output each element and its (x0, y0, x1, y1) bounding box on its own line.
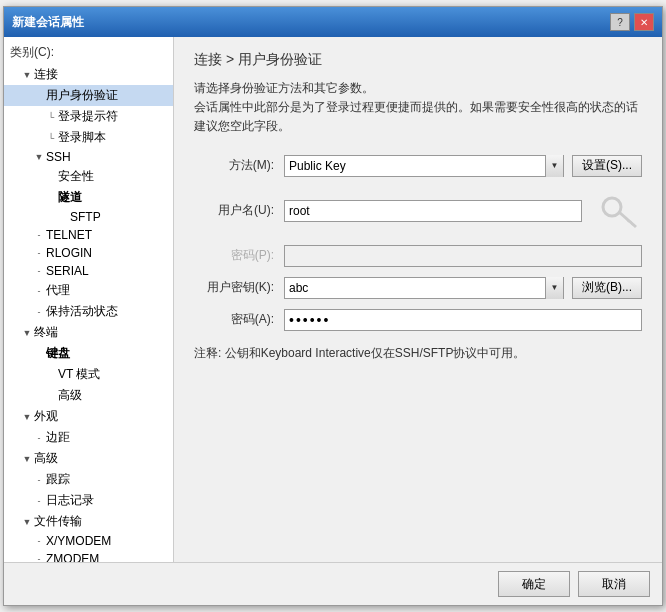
sidebar: 类别(C): ▼ 连接 用户身份验证 └ 登录提示符 └ 登录脚本 ▼ SSH (4, 37, 174, 562)
sidebar-item-label: 高级 (58, 387, 169, 404)
expand-icon: ▼ (20, 517, 34, 527)
sidebar-item-label: 连接 (34, 66, 169, 83)
cancel-button[interactable]: 取消 (578, 571, 650, 597)
sidebar-item-advanced[interactable]: ▼ 高级 (4, 448, 173, 469)
line-icon: - (32, 433, 46, 443)
breadcrumb: 连接 > 用户身份验证 (194, 51, 642, 69)
sidebar-item-xymodem[interactable]: - X/YMODEM (4, 532, 173, 550)
userkey-value: abc (285, 281, 545, 295)
description-line1: 请选择身份验证方法和其它参数。 (194, 79, 642, 98)
sidebar-item-connect[interactable]: ▼ 连接 (4, 64, 173, 85)
expand-icon: ▼ (20, 70, 34, 80)
main-content: 连接 > 用户身份验证 请选择身份验证方法和其它参数。 会话属性中此部分是为了登… (174, 37, 662, 562)
dialog-body: 类别(C): ▼ 连接 用户身份验证 └ 登录提示符 └ 登录脚本 ▼ SSH (4, 37, 662, 562)
sidebar-item-proxy[interactable]: - 代理 (4, 280, 173, 301)
sidebar-item-keyboard[interactable]: 键盘 (4, 343, 173, 364)
dialog: 新建会话属性 ? ✕ 类别(C): ▼ 连接 用户身份验证 └ 登录提示符 (3, 6, 663, 606)
sidebar-item-label: SSH (46, 150, 169, 164)
sidebar-item-label: 保持活动状态 (46, 303, 169, 320)
password-input[interactable] (284, 245, 642, 267)
line-icon: - (32, 286, 46, 296)
sidebar-item-label: 键盘 (46, 345, 169, 362)
line-icon: - (32, 475, 46, 485)
title-bar-buttons: ? ✕ (610, 13, 654, 31)
sidebar-item-sftp[interactable]: SFTP (4, 208, 173, 226)
help-button[interactable]: ? (610, 13, 630, 31)
sidebar-item-border[interactable]: - 边距 (4, 427, 173, 448)
browse-button[interactable]: 浏览(B)... (572, 277, 642, 299)
username-input[interactable] (284, 200, 582, 222)
key-icon (594, 187, 642, 235)
dialog-footer: 确定 取消 (4, 562, 662, 605)
password-label: 密码(P): (194, 247, 284, 264)
description: 请选择身份验证方法和其它参数。 会话属性中此部分是为了登录过程更便捷而提供的。如… (194, 79, 642, 137)
passphrase-input[interactable] (284, 309, 642, 331)
dialog-title: 新建会话属性 (12, 14, 84, 31)
sidebar-item-keepalive[interactable]: - 保持活动状态 (4, 301, 173, 322)
sidebar-item-label: 登录脚本 (58, 129, 169, 146)
sidebar-item-label: 外观 (34, 408, 169, 425)
sidebar-item-label: SFTP (70, 210, 169, 224)
method-row: 方法(M): Public Key ▼ 设置(S)... (194, 155, 642, 177)
sidebar-item-login-script[interactable]: └ 登录脚本 (4, 127, 173, 148)
expand-icon: ▼ (20, 412, 34, 422)
method-value: Public Key (285, 159, 545, 173)
userkey-select[interactable]: abc ▼ (284, 277, 564, 299)
sidebar-item-tunnel[interactable]: 隧道 (4, 187, 173, 208)
sidebar-item-file-transfer[interactable]: ▼ 文件传输 (4, 511, 173, 532)
sidebar-item-appearance[interactable]: ▼ 外观 (4, 406, 173, 427)
userkey-row: 用户密钥(K): abc ▼ 浏览(B)... (194, 277, 642, 299)
settings-button[interactable]: 设置(S)... (572, 155, 642, 177)
line-icon: - (32, 554, 46, 562)
sidebar-item-label: 隧道 (58, 189, 169, 206)
sidebar-item-label: VT 模式 (58, 366, 169, 383)
close-button[interactable]: ✕ (634, 13, 654, 31)
sidebar-item-security[interactable]: 安全性 (4, 166, 173, 187)
expand-icon: ▼ (20, 454, 34, 464)
line-icon: - (32, 230, 46, 240)
title-bar: 新建会话属性 ? ✕ (4, 7, 662, 37)
sidebar-item-telnet[interactable]: - TELNET (4, 226, 173, 244)
sidebar-item-login-prompt[interactable]: └ 登录提示符 (4, 106, 173, 127)
passphrase-row: 密码(A): (194, 309, 642, 331)
username-row: 用户名(U): (194, 187, 642, 235)
sidebar-item-label: 文件传输 (34, 513, 169, 530)
expand-icon: ▼ (20, 328, 34, 338)
passphrase-label: 密码(A): (194, 311, 284, 328)
sidebar-item-label: X/YMODEM (46, 534, 169, 548)
method-select[interactable]: Public Key ▼ (284, 155, 564, 177)
username-label: 用户名(U): (194, 202, 284, 219)
sidebar-item-tracking[interactable]: - 跟踪 (4, 469, 173, 490)
sidebar-item-label: ZMODEM (46, 552, 169, 562)
sidebar-item-rlogin[interactable]: - RLOGIN (4, 244, 173, 262)
sidebar-item-log[interactable]: - 日志记录 (4, 490, 173, 511)
userkey-dropdown-arrow[interactable]: ▼ (545, 277, 563, 299)
method-dropdown-arrow[interactable]: ▼ (545, 155, 563, 177)
password-row: 密码(P): (194, 245, 642, 267)
sidebar-item-label: 安全性 (58, 168, 169, 185)
expand-icon: ▼ (32, 152, 46, 162)
line-icon: └ (44, 133, 58, 143)
line-icon: - (32, 266, 46, 276)
line-icon: - (32, 536, 46, 546)
sidebar-item-advanced-terminal[interactable]: 高级 (4, 385, 173, 406)
sidebar-item-label: 终端 (34, 324, 169, 341)
sidebar-item-vt-mode[interactable]: VT 模式 (4, 364, 173, 385)
sidebar-item-label: 用户身份验证 (46, 87, 169, 104)
userkey-label: 用户密钥(K): (194, 279, 284, 296)
line-icon: - (32, 307, 46, 317)
sidebar-item-label: 边距 (46, 429, 169, 446)
sidebar-item-label: 日志记录 (46, 492, 169, 509)
sidebar-item-label: 高级 (34, 450, 169, 467)
sidebar-item-auth[interactable]: 用户身份验证 (4, 85, 173, 106)
ok-button[interactable]: 确定 (498, 571, 570, 597)
svg-line-2 (630, 221, 633, 225)
sidebar-item-serial[interactable]: - SERIAL (4, 262, 173, 280)
sidebar-item-label: TELNET (46, 228, 169, 242)
sidebar-item-terminal[interactable]: ▼ 终端 (4, 322, 173, 343)
sidebar-item-label: 跟踪 (46, 471, 169, 488)
sidebar-item-zmodem[interactable]: - ZMODEM (4, 550, 173, 562)
category-label: 类别(C): (4, 41, 173, 64)
line-icon: - (32, 248, 46, 258)
sidebar-item-ssh[interactable]: ▼ SSH (4, 148, 173, 166)
